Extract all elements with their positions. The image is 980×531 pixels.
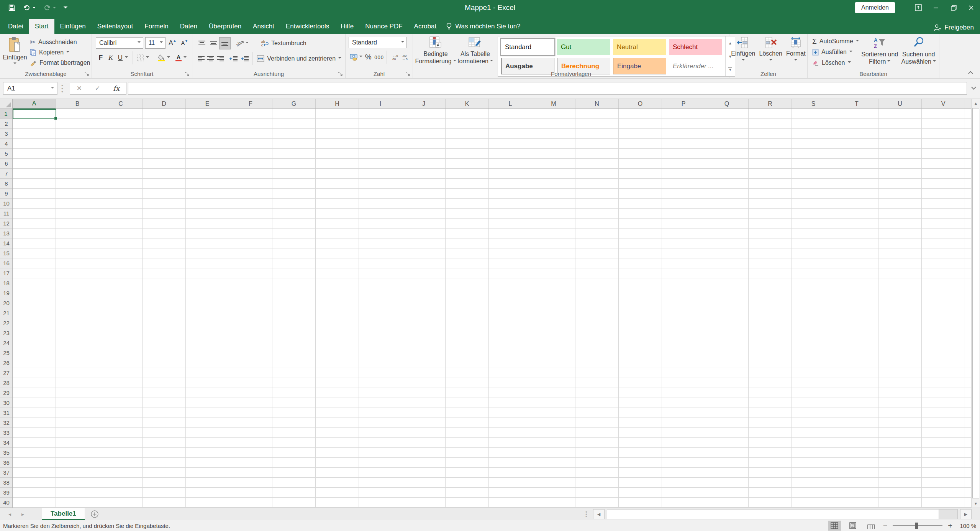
name-box[interactable]: A1 [3,82,57,95]
insert-cells-button[interactable]: Einfügen [731,37,755,68]
column-header-I[interactable]: I [359,99,402,109]
sheet-nav-next-icon[interactable]: ▸ [21,508,24,520]
enter-icon[interactable]: ✓ [95,84,100,92]
font-dialog-launcher-icon[interactable] [185,72,190,77]
copy-button[interactable]: Kopieren [28,47,92,58]
share-button[interactable]: Freigeben [933,24,974,31]
insert-dropdown-icon[interactable] [742,59,745,62]
row-header-8[interactable]: 8 [0,179,13,189]
cancel-icon[interactable]: ✕ [77,84,82,92]
format-dropdown-icon[interactable] [794,59,797,62]
expand-formula-bar-icon[interactable] [971,85,976,90]
column-header-G[interactable]: G [272,99,316,109]
column-header-H[interactable]: H [316,99,359,109]
column-header-D[interactable]: D [143,99,186,109]
row-header-22[interactable]: 22 [0,318,13,328]
row-header-18[interactable]: 18 [0,278,13,288]
column-header-U[interactable]: U [878,99,922,109]
autosum-button[interactable]: Σ AutoSumme [811,36,860,47]
wrap-text-button[interactable]: abc Textumbruch [259,38,308,49]
row-header-30[interactable]: 30 [0,398,13,408]
find-select-button[interactable]: Suchen und Auswählen [900,36,937,68]
save-icon[interactable] [8,4,15,11]
cell-style-gut[interactable]: Gut [557,39,610,55]
row-header-15[interactable]: 15 [0,248,13,258]
borders-button[interactable] [135,52,151,64]
align-middle-button[interactable] [208,37,219,49]
column-header-M[interactable]: M [532,99,575,109]
row-header-28[interactable]: 28 [0,378,13,388]
fill-color-button[interactable] [156,52,172,64]
page-break-view-button[interactable] [865,521,878,531]
bold-button[interactable]: F [96,52,106,64]
row-header-20[interactable]: 20 [0,298,13,308]
align-center-button[interactable] [206,53,215,65]
hscroll-right-icon[interactable]: ▶ [960,509,972,519]
collapse-ribbon-icon[interactable] [968,71,973,76]
row-header-37[interactable]: 37 [0,468,13,478]
decrease-decimal-button[interactable]: .00→.0 [400,51,410,63]
align-top-button[interactable] [196,37,208,49]
column-header-B[interactable]: B [56,99,99,109]
clear-button[interactable]: Löschen [811,58,860,68]
column-header-K[interactable]: K [446,99,489,109]
sheet-tab-tabelle1[interactable]: Tabelle1 [42,508,85,520]
paste-dropdown-icon[interactable] [13,62,16,66]
row-header-31[interactable]: 31 [0,408,13,418]
tab-einfügen[interactable]: Einfügen [54,19,92,34]
autosum-dropdown-icon[interactable] [856,40,859,43]
tab-datei[interactable]: Datei [2,19,29,34]
row-header-9[interactable]: 9 [0,189,13,199]
cell-style-schlecht[interactable]: Schlecht [669,39,722,55]
fill-button[interactable]: Ausfüllen [811,47,860,58]
row-header-13[interactable]: 13 [0,229,13,238]
merge-center-button[interactable]: Verbinden und zentrieren [255,53,343,64]
comma-style-button[interactable]: 000 [373,51,385,63]
close-button[interactable] [962,0,980,15]
format-cells-button[interactable]: Format [786,37,806,68]
cell-style-standard[interactable]: Standard [501,39,554,55]
restore-button[interactable] [945,0,962,15]
accounting-format-button[interactable] [349,51,363,63]
decrease-font-size-button[interactable]: A▼ [180,37,190,49]
tab-ansicht[interactable]: Ansicht [247,19,280,34]
row-header-3[interactable]: 3 [0,129,13,139]
row-header-35[interactable]: 35 [0,448,13,458]
customize-qat-button[interactable] [64,6,67,10]
tab-acrobat[interactable]: Acrobat [408,19,442,34]
horizontal-scrollbar[interactable] [607,509,958,519]
column-header-E[interactable]: E [186,99,229,109]
row-header-25[interactable]: 25 [0,348,13,358]
row-header-16[interactable]: 16 [0,258,13,268]
row-header-40[interactable]: 40 [0,498,13,508]
row-header-7[interactable]: 7 [0,169,13,179]
increase-indent-button[interactable] [239,53,251,65]
align-left-button[interactable] [196,53,206,65]
sheet-nav-prev-icon[interactable]: ◂ [8,508,11,520]
minimize-button[interactable] [927,0,945,15]
tab-scrollbar-splitter[interactable]: ••• [585,511,587,518]
column-header-V[interactable]: V [922,99,965,109]
fill-dropdown-icon[interactable] [849,51,852,54]
scroll-down-icon[interactable]: ▼ [972,499,980,508]
column-header-L[interactable]: L [489,99,532,109]
tab-nuance-pdf[interactable]: Nuance PDF [359,19,408,34]
row-header-12[interactable]: 12 [0,219,13,229]
row-header-24[interactable]: 24 [0,338,13,348]
row-header-1[interactable]: 1 [0,109,13,119]
column-header-Q[interactable]: Q [705,99,749,109]
row-header-39[interactable]: 39 [0,488,13,498]
number-format-combo[interactable]: Standard [349,37,407,48]
font-color-button[interactable]: A [172,52,189,64]
column-header-N[interactable]: N [575,99,619,109]
zoom-slider[interactable] [893,525,942,526]
cut-button[interactable]: ✂ Ausschneiden [28,37,92,47]
column-header-S[interactable]: S [792,99,835,109]
italic-button[interactable]: K [106,52,116,64]
zoom-slider-thumb[interactable] [915,523,918,529]
name-box-dropdown-icon[interactable] [51,87,54,90]
zoom-level[interactable]: 100 % [958,523,976,529]
font-size-combo[interactable]: 11 [145,37,166,49]
vertical-scroll-thumb[interactable] [972,108,979,498]
undo-dropdown-icon[interactable] [33,7,36,10]
